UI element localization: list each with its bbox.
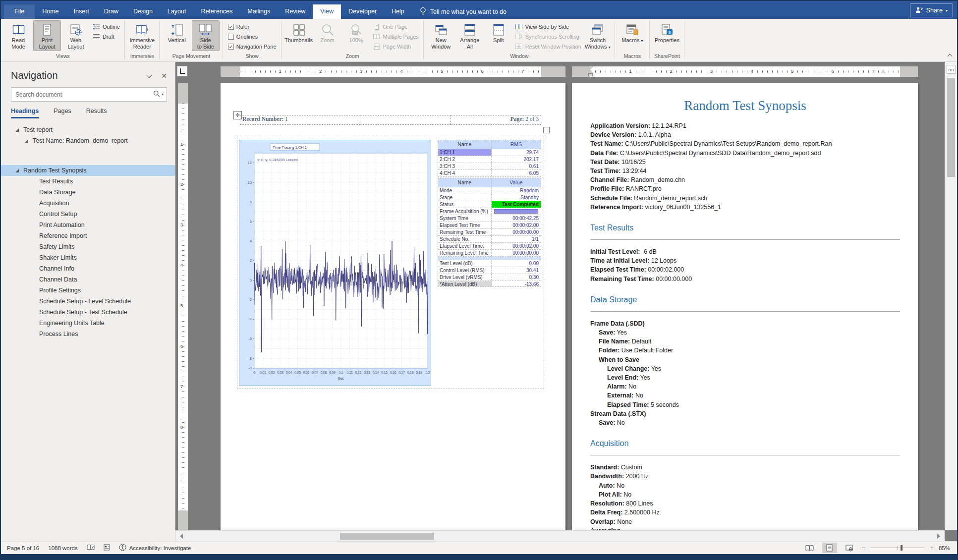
document-page-right[interactable]: Random Test Synopsis Application Version… <box>572 83 918 531</box>
switch-windows-button[interactable]: SwitchWindows ▾ <box>584 20 612 52</box>
macros-button[interactable]: Macros ▾ <box>619 20 646 51</box>
table-row[interactable]: Control Level (RMS)30.41 <box>438 267 541 274</box>
web-layout-button[interactable]: WebLayout <box>62 20 90 51</box>
ribbon-tab-references[interactable]: References <box>193 4 240 19</box>
nav-item-reference-import[interactable]: Reference Import <box>1 230 175 241</box>
close-icon[interactable]: ✕ <box>161 72 167 80</box>
collapse-triangle-icon[interactable] <box>15 168 19 173</box>
side-to-side-button[interactable]: Sideto Side <box>192 20 220 51</box>
nav-item-profile-settings[interactable]: Profile Settings <box>1 285 175 296</box>
record-number-cell[interactable]: Record Number: 1 <box>240 115 360 125</box>
tab-selector-box[interactable] <box>177 66 187 76</box>
table-row[interactable]: 2:CH 2202.17 <box>438 156 541 163</box>
table-row[interactable]: 1:CH 129.74 <box>438 149 541 156</box>
nav-tab-results[interactable]: Results <box>86 108 107 118</box>
read-mode-button[interactable]: ReadMode <box>4 20 32 51</box>
ribbon-tab-insert[interactable]: Insert <box>66 4 97 19</box>
view-side-by-side-button[interactable]: View Side by Side <box>513 22 583 31</box>
vertical-button[interactable]: Vertical <box>163 20 191 51</box>
print-layout-view-button[interactable] <box>822 543 837 553</box>
immersive-reader-button[interactable]: ImmersiveReader <box>128 20 156 51</box>
vertical-scrollbar-thumb[interactable] <box>947 78 955 177</box>
table-row[interactable]: 4:CH 46.05 <box>438 170 541 177</box>
new-window-button[interactable]: NewWindow <box>427 20 455 51</box>
nav-item-test-results[interactable]: Test Results <box>1 176 175 187</box>
nav-item-engineering-units-table[interactable]: Engineering Units Table <box>1 318 175 329</box>
vertical-scrollbar[interactable] <box>945 62 957 530</box>
page-header-table[interactable]: Record Number: 1 Page: 2 of 3 <box>240 115 541 125</box>
table-row[interactable]: Drive Level (vRMS)0.30 <box>438 274 541 281</box>
search-dropdown-icon[interactable]: ▾ <box>162 92 164 97</box>
nav-item-test-report[interactable]: Test report <box>1 124 175 135</box>
nav-tab-pages[interactable]: Pages <box>54 108 71 118</box>
collapse-triangle-icon[interactable] <box>24 139 29 143</box>
right-indent-marker[interactable] <box>881 70 886 73</box>
table-row[interactable]: ModeRandom <box>438 187 541 194</box>
ribbon-tab-view[interactable]: View <box>313 4 341 19</box>
properties-button[interactable]: SProperties <box>653 20 681 51</box>
ribbon-tab-review[interactable]: Review <box>278 4 313 19</box>
ribbon-tab-home[interactable]: Home <box>35 4 66 19</box>
nav-item-control-setup[interactable]: Control Setup <box>1 209 175 220</box>
nav-item-schedule-setup-level-schedule[interactable]: Schedule Setup - Level Schedule <box>1 296 175 307</box>
chevron-down-icon[interactable] <box>146 73 152 79</box>
table-row[interactable]: 3:CH 30.61 <box>438 163 541 170</box>
zoom-in-button[interactable]: + <box>930 544 934 552</box>
gridlines-checkbox[interactable]: Gridlines <box>226 32 278 41</box>
first-line-indent-marker[interactable] <box>588 66 593 69</box>
nav-item-schedule-setup-test-schedule[interactable]: Schedule Setup - Test Schedule <box>1 307 175 318</box>
thumbnails-button[interactable]: Thumbnails <box>285 20 313 51</box>
ribbon-tab-layout[interactable]: Layout <box>160 4 194 19</box>
nav-item-data-storage[interactable]: Data Storage <box>1 187 175 198</box>
table-row[interactable]: System Time00:00:42.25 <box>438 215 541 222</box>
table-row[interactable]: *Atten Level (dB)-13.66 <box>438 281 541 287</box>
zoom-slider[interactable] <box>870 548 925 548</box>
page-count[interactable]: Page 5 of 16 <box>7 545 39 551</box>
ribbon-tab-mailings[interactable]: Mailings <box>240 4 278 19</box>
time-trace-chart[interactable]: 121086420-2-4-6-8-900.010.020.030.040.05… <box>239 140 431 386</box>
zoom-slider-thumb[interactable] <box>901 545 902 551</box>
scroll-left-arrow-icon[interactable] <box>180 534 183 539</box>
table-row[interactable]: Remaining Test Time00:00:00.00 <box>438 229 541 236</box>
table-row[interactable]: Remaining Level Time00:00:00.00 <box>438 250 541 257</box>
ribbon-tab-developer[interactable]: Developer <box>341 4 384 19</box>
ruler-checkbox[interactable]: ✓Ruler <box>226 22 278 31</box>
nav-item-channel-data[interactable]: Channel Data <box>1 274 175 285</box>
nav-item-shaker-limits[interactable]: Shaker Limits <box>1 252 175 263</box>
search-icon[interactable] <box>153 90 160 99</box>
ribbon-tab-help[interactable]: Help <box>384 4 412 19</box>
nav-item-print-automation[interactable]: Print Automation <box>1 220 175 230</box>
nav-item-channel-info[interactable]: Channel Info <box>1 263 175 274</box>
table-row[interactable]: Frame Acquisition (%) <box>438 208 541 215</box>
proofing-icon[interactable] <box>87 544 95 552</box>
table-row[interactable]: Schedule No.1/1 <box>438 236 541 243</box>
split-button[interactable]: Split <box>485 20 512 51</box>
print-layout-button[interactable]: PrintLayout <box>33 20 61 51</box>
search-input[interactable] <box>14 91 153 99</box>
ruler-toggle-button[interactable] <box>947 65 956 74</box>
share-button[interactable]: Share ▾ <box>910 3 953 17</box>
nav-tab-headings[interactable]: Headings <box>11 108 39 118</box>
macro-record-icon[interactable] <box>104 544 110 552</box>
collapse-ribbon-chevron-icon[interactable] <box>948 53 952 57</box>
arrange-all-button[interactable]: ArrangeAll <box>456 20 484 51</box>
horizontal-scrollbar-thumb[interactable] <box>340 533 434 540</box>
resize-handle[interactable] <box>543 127 550 133</box>
zoom-out-button[interactable]: − <box>862 544 866 552</box>
zoom-level[interactable]: 85% <box>939 545 950 551</box>
nav-item-random-test-synopsis[interactable]: Random Test Synopsis <box>1 165 175 176</box>
word-count[interactable]: 1088 words <box>48 545 77 551</box>
outline-button[interactable]: Outline <box>91 22 121 31</box>
table-row[interactable]: Elapsed Test Time00:00:02.00 <box>438 222 541 229</box>
tell-me[interactable]: Tell me what you want to do <box>420 4 507 19</box>
ribbon-tab-file[interactable]: File <box>4 4 35 19</box>
draft-button[interactable]: Draft <box>91 32 121 41</box>
ribbon-tab-design[interactable]: Design <box>126 4 160 19</box>
channel-rms-table[interactable]: NameRMS1:CH 129.742:CH 2202.173:CH 30.61… <box>438 140 541 177</box>
nav-item-acquisition[interactable]: Acquisition <box>1 198 175 209</box>
web-layout-view-button[interactable] <box>842 543 857 553</box>
test-status-table[interactable]: NameValueModeRandomStageStandbyStatusTes… <box>438 178 541 287</box>
header-empty-cell[interactable] <box>360 115 451 125</box>
read-mode-view-button[interactable] <box>802 543 817 553</box>
table-row[interactable]: Test Level (dB)0.00 <box>438 260 541 267</box>
